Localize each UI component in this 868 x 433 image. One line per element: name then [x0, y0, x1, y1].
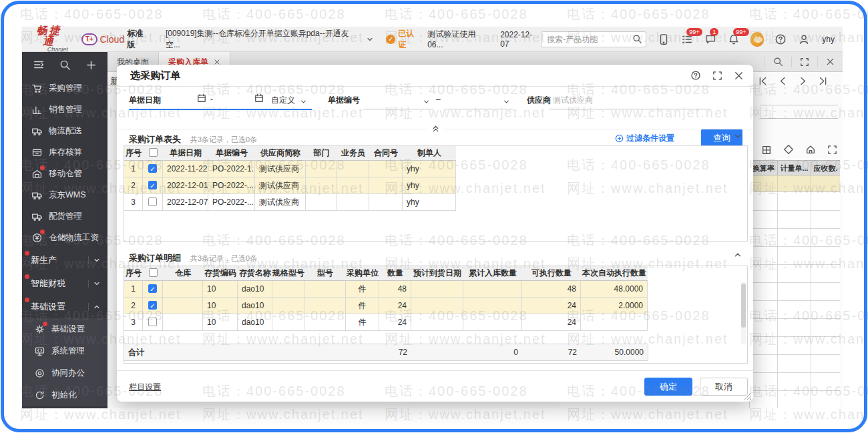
row-checkbox[interactable]	[148, 164, 157, 173]
sidebar-group-production[interactable]: 新生产	[22, 248, 107, 272]
vendor-filter-value[interactable]: 测试供应商	[553, 95, 593, 106]
account-switcher[interactable]: [009019]集测--仓库标准分开单据立账异pda--开通友空...	[166, 28, 374, 51]
row-checkbox[interactable]	[148, 301, 157, 310]
notification-button[interactable]: 99+	[727, 33, 740, 46]
collapse-filter-icon[interactable]	[427, 123, 444, 135]
mobile-device-button[interactable]	[657, 33, 670, 46]
page-fullscreen-button[interactable]	[791, 57, 817, 67]
column-header[interactable]: 采购单位	[346, 266, 379, 281]
column-header[interactable]: 存货名称	[238, 266, 272, 281]
column-header[interactable]: 部门	[306, 146, 337, 161]
todo-button[interactable]: 99+	[680, 33, 694, 46]
doc-no-to-input[interactable]	[444, 109, 513, 109]
column-header[interactable]: 可执行数量	[522, 266, 581, 281]
detail-section-collapse-icon[interactable]	[733, 250, 742, 262]
column-header[interactable]: 本次自动执行数量	[581, 266, 648, 281]
page-search-button[interactable]	[765, 57, 791, 67]
sidebar-item-label: 物流配送	[49, 125, 82, 137]
home-icon[interactable]	[805, 144, 816, 155]
column-header[interactable]: 型号	[304, 266, 346, 281]
head-section-collapse-icon[interactable]	[733, 131, 742, 143]
chevron-down-icon[interactable]	[423, 96, 430, 108]
dialog-close-icon[interactable]	[734, 71, 744, 81]
cell-item-code: 10	[203, 281, 238, 298]
sidebar-item-label: 系统管理	[51, 346, 85, 357]
column-header[interactable]: 合同号	[369, 146, 403, 161]
first-record-icon[interactable]	[758, 76, 768, 86]
tab-close-icon[interactable]	[214, 59, 220, 65]
ok-button[interactable]: 确定	[644, 378, 692, 396]
cell-checkbox	[143, 177, 163, 194]
column-header[interactable]: 序号	[124, 266, 143, 281]
sidebar-group-basic-settings[interactable]: 基础设置	[22, 295, 107, 318]
menu-collapse-icon[interactable]	[33, 59, 45, 71]
cell-auto-qty	[581, 314, 648, 331]
row-checkbox[interactable]	[148, 197, 157, 206]
prev-record-icon[interactable]	[778, 76, 788, 86]
calendar-icon[interactable]	[197, 93, 206, 105]
cell-model	[304, 298, 346, 314]
sidebar-item-purchase[interactable]: 采购管理	[22, 77, 107, 99]
doc-no-from-input[interactable]	[363, 109, 433, 109]
row-checkbox[interactable]	[148, 181, 157, 189]
cancel-button[interactable]: 取消	[700, 378, 748, 396]
column-header[interactable]: 累计入库数量	[463, 266, 522, 281]
column-header[interactable]: 单据编号	[208, 146, 255, 161]
column-header[interactable]: 供应商简称	[255, 146, 306, 161]
select-all-checkbox[interactable]	[149, 148, 158, 157]
next-record-icon[interactable]	[798, 76, 808, 86]
search-icon[interactable]	[632, 34, 642, 44]
sidebar-item-system-admin[interactable]: 系统管理	[22, 340, 107, 362]
column-header[interactable]: 业务员	[337, 146, 369, 161]
row-checkbox[interactable]	[148, 318, 157, 326]
help-button[interactable]	[774, 33, 787, 46]
select-all-checkbox[interactable]	[149, 268, 158, 277]
message-button[interactable]: 1	[704, 33, 717, 46]
column-header[interactable]: 数量	[379, 266, 411, 281]
column-header[interactable]: 仓库	[163, 266, 203, 281]
tag-icon[interactable]	[783, 144, 794, 155]
dialog-help-icon[interactable]	[690, 70, 701, 81]
column-header[interactable]: 序号	[124, 146, 143, 161]
batch-grid-icon[interactable]	[761, 144, 772, 155]
cell-date: 2022-12-07	[163, 194, 208, 211]
sidebar-item-jd-wms[interactable]: 京东WMS	[22, 184, 107, 205]
date-range-select[interactable]: 自定义	[271, 95, 295, 106]
expand-icon[interactable]	[827, 145, 837, 155]
date-field-underline[interactable]	[129, 109, 312, 110]
detail-scrollbar[interactable]	[741, 282, 746, 344]
column-header-checkbox[interactable]	[143, 146, 163, 161]
sidebar-search-icon[interactable]	[59, 59, 71, 71]
column-header[interactable]: 存货编码	[203, 266, 238, 281]
sidebar-item-inventory[interactable]: 库存核算	[22, 141, 107, 163]
column-header[interactable]: 单据日期	[163, 146, 208, 161]
column-header-checkbox[interactable]	[143, 266, 163, 281]
row-checkbox[interactable]	[148, 284, 157, 293]
sidebar-add-icon[interactable]	[85, 59, 97, 71]
sidebar-item-sales[interactable]: 销售管理	[22, 99, 107, 120]
user-button[interactable]	[797, 33, 811, 46]
page-close-button[interactable]	[817, 57, 843, 67]
chevron-down-icon[interactable]	[503, 96, 510, 108]
sidebar-item-initialization[interactable]: 初始化	[22, 384, 107, 406]
sidebar-item-logistics[interactable]: 物流配送	[22, 120, 107, 141]
column-header[interactable]: 制单人	[403, 146, 456, 161]
sidebar-item-warehouse-payroll[interactable]: 仓储物流工资	[22, 227, 107, 248]
column-header[interactable]: 规格型号	[272, 266, 304, 281]
search-input[interactable]	[541, 31, 646, 47]
column-settings-link[interactable]: 栏目设置	[129, 382, 161, 393]
sidebar-item-distribution[interactable]: 配货管理	[22, 205, 107, 227]
filter-settings-link[interactable]: 过滤条件设置	[615, 133, 674, 144]
calendar-icon[interactable]	[254, 93, 264, 105]
sidebar-item-collaboration[interactable]: 协同办公	[22, 362, 107, 384]
vendor-field-underline[interactable]	[550, 109, 711, 109]
last-record-icon[interactable]	[818, 76, 828, 86]
cell-eta	[411, 281, 463, 298]
sidebar-item-basic-setup[interactable]: 基础设置	[22, 318, 107, 340]
sidebar-item-mobile-warehouse[interactable]: 移动仓管	[22, 163, 107, 184]
chevron-down-icon[interactable]	[300, 96, 307, 108]
column-header[interactable]: 预计到货日期	[411, 266, 463, 281]
sidebar-group-finance-tax[interactable]: 智能财税	[22, 272, 107, 295]
support-mascot-button[interactable]	[750, 33, 764, 46]
dialog-maximize-icon[interactable]	[712, 71, 722, 81]
